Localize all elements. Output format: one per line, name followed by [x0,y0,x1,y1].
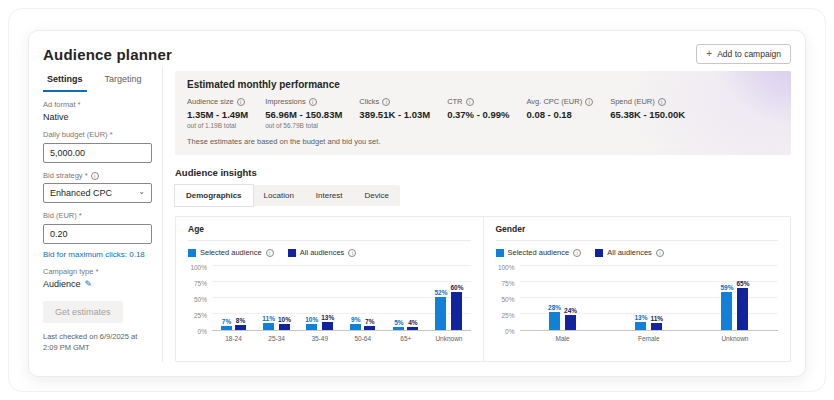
sidebar-tab-targeting[interactable]: Targeting [101,69,146,92]
bar-value-label: 7% [222,318,231,325]
bar-pair: 11%10% [262,315,291,330]
gender-chart-panel: GenderSelected audienceiAll audiencesi0%… [483,217,791,361]
insights-tab-device[interactable]: Device [354,185,400,206]
y-tick: 25% [501,312,514,319]
add-to-campaign-button[interactable]: + Add to campaign [696,44,791,64]
legend-item-selected-audience: Selected audiencei [188,248,274,257]
info-icon[interactable]: i [573,249,581,257]
bar-value-label: 4% [408,319,417,326]
bid-strategy-value: Enhanced CPC [50,188,112,198]
info-icon[interactable]: i [658,98,666,106]
bar [651,323,662,330]
metric-value: 389.51K - 1.03M [359,109,430,120]
bar-cell: 8% [235,317,246,330]
info-icon[interactable]: i [266,249,274,257]
legend-swatch [188,249,196,257]
bar-value-label: 65% [736,280,749,287]
insights-tabs: DemographicsLocationInterestDevice [175,185,400,206]
metric-label: Audience sizei [187,97,248,106]
info-icon[interactable]: i [237,98,245,106]
bar [737,288,748,330]
bar-value-label: 9% [351,316,360,323]
legend-label: All audiences [607,248,652,257]
info-icon[interactable]: i [585,98,593,106]
metric-label-text: Avg. CPC (EUR) [526,97,582,106]
legend-label: Selected audience [200,248,262,257]
bid-max-clicks-link[interactable]: Bid for maximum clicks: 0.18 [43,250,152,259]
sidebar-tab-settings[interactable]: Settings [43,69,87,92]
category-labels: 18-2425-3435-4950-6465+Unknown [188,335,471,342]
metric-audience-size: Audience sizei1.35M - 1.49Mout of 1.19B … [187,97,248,129]
bar-cell: 65% [736,280,749,330]
bar-cell: 28% [548,304,561,330]
add-to-campaign-label: Add to campaign [717,49,781,59]
y-tick: 75% [194,280,207,287]
metric-label: CTRi [447,97,509,106]
bar-cell: 10% [305,316,318,330]
metric-label: Clicksi [359,97,430,106]
insights-tab-interest[interactable]: Interest [305,185,354,206]
bar [721,292,732,330]
get-estimates-button[interactable]: Get estimates [43,301,123,323]
gridline [212,265,471,266]
bar-pair: 10%13% [305,314,334,330]
performance-footnote: These estimates are based on the budget … [187,137,779,146]
info-icon[interactable]: i [309,98,317,106]
chevron-down-icon: ⌄ [138,187,145,196]
info-icon[interactable]: i [656,249,664,257]
bar-group-50-64: 9%7% [341,267,384,330]
bid-strategy-select[interactable]: Enhanced CPC ⌄ [43,183,152,203]
bar-value-label: 28% [548,304,561,311]
bar-cell: 60% [450,284,463,330]
bar-value-label: 11% [262,315,275,322]
daily-budget-label: Daily budget (EUR) * [43,130,152,139]
bar-group-unknown: 52%60% [427,267,470,330]
bid-input[interactable] [43,224,152,244]
edit-pencil-icon[interactable]: ✎ [85,279,93,289]
bar [451,292,462,330]
metric-label-text: Audience size [187,97,234,106]
metric-label: Spend (EUR)i [610,97,685,106]
insights-tab-demographics[interactable]: Demographics [175,185,253,206]
card-header: Audience planner + Add to campaign [43,41,791,67]
category-label: Unknown [427,335,470,342]
info-icon[interactable]: i [382,98,390,106]
y-tick: 100% [190,264,207,271]
metric-ctr: CTRi0.37% - 0.99% [447,97,509,129]
chart-title: Gender [496,224,779,241]
bar [435,297,446,330]
metric-impressions: Impressionsi56.96M - 150.83Mout of 56.79… [265,97,342,129]
y-tick: 25% [194,312,207,319]
metric-subtext: out of 56.79B total [265,122,342,129]
insights-tab-location[interactable]: Location [253,185,305,206]
bar-cell: 59% [720,284,733,330]
bar-group-unknown: 59%65% [692,267,778,330]
info-icon[interactable]: i [91,172,99,180]
chart-plot-wrap: 0%25%50%75%100%7%8%11%10%10%13%9%7%5%4%5… [188,267,471,331]
bar-value-label: 52% [434,289,447,296]
y-tick: 0% [505,328,514,335]
daily-budget-input[interactable] [43,143,152,163]
ad-format-label: Ad format * [43,100,152,109]
legend-label: Selected audience [508,248,570,257]
bar-value-label: 24% [564,307,577,314]
info-icon[interactable]: i [466,98,474,106]
bar-cell: 52% [434,289,447,330]
bar-cell: 13% [321,314,334,330]
bar-groups: 28%24%13%11%59%65% [520,267,779,330]
bar-group-female: 13%11% [606,267,692,330]
estimated-performance-panel: Estimated monthly performance Audience s… [175,71,791,155]
metric-value: 0.37% - 0.99% [447,109,509,120]
bar [306,324,317,330]
chart-plot-wrap: 0%25%50%75%100%28%24%13%11%59%65% [496,267,779,331]
bar-cell: 24% [564,307,577,330]
bar-pair: 13%11% [634,314,663,330]
y-tick: 100% [498,264,515,271]
plus-icon: + [706,50,712,58]
chart-plot: 7%8%11%10%10%13%9%7%5%4%52%60% [212,267,471,331]
legend-item-selected-audience: Selected audiencei [496,248,582,257]
legend-item-all-audiences: All audiencesi [595,248,664,257]
bar-group-18-24: 7%8% [212,267,255,330]
bar-cell: 13% [634,314,647,330]
info-icon[interactable]: i [348,249,356,257]
